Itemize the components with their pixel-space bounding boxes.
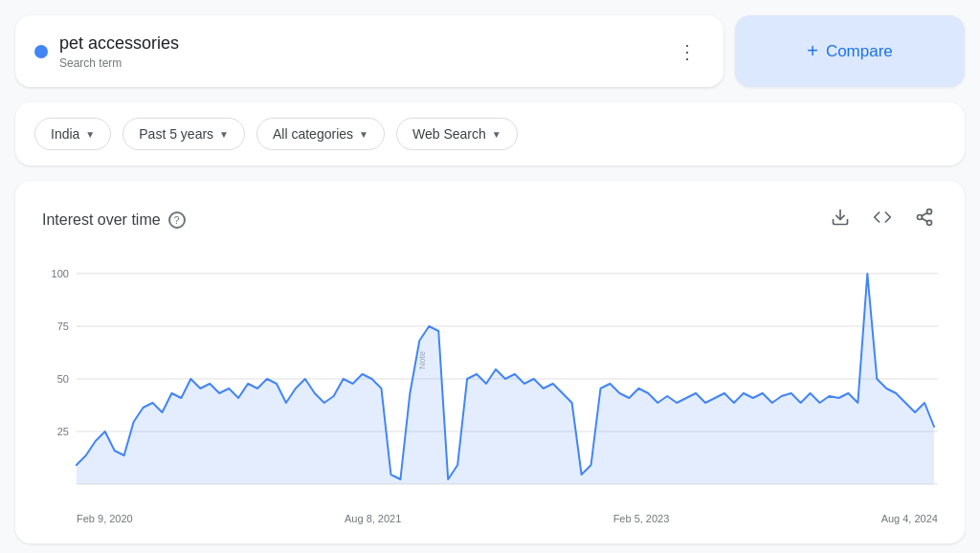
- chart-title-group: Interest over time ?: [42, 211, 186, 229]
- share-button[interactable]: [911, 204, 938, 235]
- help-icon[interactable]: ?: [168, 211, 186, 229]
- compare-card[interactable]: + Compare: [735, 15, 965, 87]
- svg-text:50: 50: [57, 373, 69, 385]
- compare-inner: + Compare: [807, 40, 893, 62]
- search-type-chevron-icon: ▼: [492, 129, 501, 140]
- chart-title: Interest over time: [42, 211, 161, 229]
- x-label-4: Aug 4, 2024: [881, 513, 938, 524]
- more-options-button[interactable]: ⋮: [670, 38, 704, 65]
- country-chevron-icon: ▼: [85, 129, 95, 140]
- svg-line-4: [922, 219, 927, 222]
- search-term-dot: [34, 45, 48, 58]
- svg-text:100: 100: [52, 268, 69, 279]
- time-chevron-icon: ▼: [219, 129, 229, 140]
- search-term-text: pet accessories: [59, 33, 179, 55]
- download-button[interactable]: [827, 204, 854, 235]
- chart-actions: [827, 204, 938, 235]
- category-filter[interactable]: All categories ▼: [256, 118, 385, 150]
- x-axis-labels: Feb 9, 2020 Aug 8, 2021 Feb 5, 2023 Aug …: [42, 507, 938, 524]
- svg-text:25: 25: [57, 426, 69, 437]
- search-term-info: pet accessories Search term: [59, 33, 179, 70]
- x-label-2: Aug 8, 2021: [345, 513, 401, 524]
- category-chevron-icon: ▼: [359, 129, 368, 140]
- compare-plus-icon: +: [807, 40, 818, 62]
- search-type-filter-label: Web Search: [412, 126, 486, 142]
- svg-text:75: 75: [57, 321, 69, 332]
- svg-line-5: [922, 213, 927, 216]
- search-term-sublabel: Search term: [59, 56, 179, 70]
- search-type-filter[interactable]: Web Search ▼: [396, 118, 518, 150]
- category-filter-label: All categories: [273, 126, 353, 142]
- page-container: pet accessories Search term ⋮ + Compare …: [15, 15, 965, 543]
- x-label-1: Feb 9, 2020: [77, 513, 133, 524]
- country-filter-label: India: [51, 126, 79, 142]
- code-embed-button[interactable]: [869, 204, 896, 235]
- filter-row: India ▼ Past 5 years ▼ All categories ▼ …: [15, 102, 965, 166]
- top-row: pet accessories Search term ⋮ + Compare: [15, 15, 965, 87]
- chart-card: Interest over time ?: [15, 181, 965, 543]
- country-filter[interactable]: India ▼: [34, 118, 111, 150]
- time-filter[interactable]: Past 5 years ▼: [122, 118, 245, 150]
- search-term-card: pet accessories Search term ⋮: [15, 15, 724, 87]
- chart-header: Interest over time ?: [42, 204, 938, 235]
- compare-label: Compare: [826, 42, 893, 61]
- trend-chart: 100 75 50 25 Note: [42, 254, 938, 503]
- chart-area: 100 75 50 25 Note Feb 9, 2020 Aug 8, 202…: [42, 254, 938, 524]
- x-label-3: Feb 5, 2023: [613, 513, 670, 524]
- search-term-left: pet accessories Search term: [34, 33, 179, 70]
- time-filter-label: Past 5 years: [139, 126, 213, 142]
